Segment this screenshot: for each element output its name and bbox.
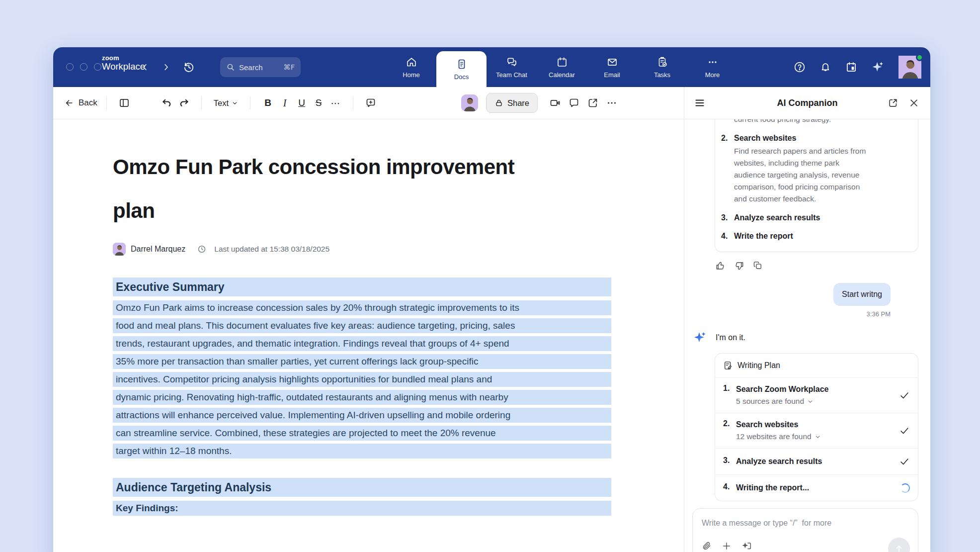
ai-reply-text: I'm on it. (716, 333, 745, 342)
close-icon[interactable] (908, 97, 919, 108)
tab-tasks[interactable]: Tasks (637, 47, 687, 87)
writing-plan-title: Writing Plan (737, 361, 780, 370)
logo-workplace: Workplace (102, 62, 145, 72)
underline-button[interactable]: U (293, 97, 310, 108)
tab-email[interactable]: Email (587, 47, 637, 87)
doc-subheading: Key Findings: (113, 501, 611, 516)
plan-item[interactable]: 1. Search Zoom Workplace 5 sources are f… (715, 378, 918, 413)
redo-icon[interactable] (175, 94, 192, 111)
loading-spinner (900, 483, 910, 493)
window-minimize-button[interactable] (80, 63, 87, 71)
plan-step: 4. Write the report (721, 231, 910, 242)
share-button[interactable]: Share (486, 93, 538, 113)
add-plus-icon[interactable] (722, 541, 732, 551)
ai-companion-header: AI Companion (684, 87, 930, 119)
previous-plan-card: current food pricing strategy. 2. Search… (715, 119, 918, 252)
collaborator-avatar[interactable] (461, 94, 478, 111)
more-dots-icon (707, 56, 719, 68)
zoom-workplace-logo: zoom Workplace (102, 55, 145, 72)
bold-button[interactable]: B (259, 97, 276, 108)
divider (106, 96, 107, 109)
plan-item[interactable]: 2. Search websites 12 websites are found (715, 413, 918, 449)
copy-icon[interactable] (752, 260, 763, 271)
chat-icon[interactable] (566, 94, 582, 111)
doc-line: attractions will enhance perceived value… (113, 408, 611, 423)
strikethrough-button[interactable]: S (310, 97, 327, 108)
main-nav-tabs: Home Docs Team Chat Calendar Email Tasks (386, 47, 737, 87)
thumbs-up-icon[interactable] (715, 260, 726, 271)
document-canvas[interactable]: Omzo Fun Park concession improvement pla… (53, 119, 684, 552)
ai-reply-row: I'm on it. (692, 330, 918, 346)
open-external-icon[interactable] (584, 94, 601, 111)
more-formatting-button[interactable]: ⋯ (327, 97, 344, 109)
doc-line: dynamic pricing. Renovating high-traffic… (113, 390, 611, 405)
hamburger-menu-icon[interactable] (691, 94, 708, 111)
divider (353, 96, 353, 109)
doc-heading: Executive Summary (113, 277, 611, 296)
tab-calendar[interactable]: Calendar (537, 47, 587, 87)
notifications-bell-icon[interactable] (819, 61, 832, 74)
ai-insert-icon[interactable] (741, 541, 752, 552)
search-shortcut: ⌘F (283, 63, 295, 71)
undo-icon[interactable] (159, 94, 175, 111)
text-style-dropdown[interactable]: Text (211, 98, 241, 108)
email-icon (606, 56, 618, 68)
panel-title: AI Companion (777, 98, 838, 108)
author-name: Darrel Marquez (131, 245, 185, 254)
top-navbar: zoom Workplace Search ⌘F (53, 47, 930, 87)
attach-file-icon[interactable] (702, 541, 712, 551)
message-timestamp: 3:36 PM (684, 310, 891, 318)
add-comment-icon[interactable] (362, 94, 379, 111)
divider (250, 96, 250, 109)
check-icon (899, 456, 910, 467)
search-icon (226, 63, 235, 72)
message-input[interactable] (702, 519, 888, 528)
nav-forward-icon[interactable] (162, 63, 170, 72)
plan-step: 2. Search websites Find research papers … (721, 133, 910, 205)
doc-line: Omzo Fun Park aims to increase concessio… (113, 300, 611, 315)
team-chat-icon (506, 56, 518, 68)
tab-home[interactable]: Home (386, 47, 436, 87)
chevron-down-icon[interactable] (807, 398, 814, 405)
check-icon (899, 390, 910, 401)
tab-team-chat[interactable]: Team Chat (487, 47, 537, 87)
tab-more[interactable]: More (687, 47, 737, 87)
tasks-icon (656, 56, 668, 68)
docs-icon (456, 58, 468, 70)
plan-item[interactable]: 4. Writing the report... (715, 475, 918, 501)
plan-step-description: Find research papers and articles from w… (734, 145, 910, 205)
nav-back-icon[interactable] (141, 63, 150, 72)
chevron-down-icon[interactable] (815, 434, 821, 440)
ai-companion-sparkle-icon[interactable] (871, 60, 886, 75)
status-available-dot (916, 54, 923, 61)
clock-icon (197, 245, 206, 254)
global-search[interactable]: Search ⌘F (220, 57, 301, 77)
doc-line: can streamline service. Combined, these … (113, 426, 611, 441)
calendar-date-icon[interactable] (845, 61, 858, 74)
author-avatar (113, 243, 126, 256)
video-meeting-icon[interactable] (547, 94, 564, 111)
thumbs-down-icon[interactable] (734, 260, 744, 271)
ai-sparkle-icon (692, 330, 708, 346)
check-icon (899, 425, 910, 436)
user-avatar[interactable] (898, 56, 921, 79)
more-options-icon[interactable] (603, 94, 620, 111)
help-icon[interactable] (793, 61, 806, 74)
window-close-button[interactable] (66, 63, 74, 71)
window-zoom-button[interactable] (94, 63, 101, 71)
send-button[interactable] (888, 538, 910, 552)
italic-button[interactable]: I (276, 97, 293, 109)
writing-plan-card: Writing Plan 1. Search Zoom Workplace 5 … (715, 353, 918, 501)
doc-line: 35% more per transaction than smaller pa… (113, 354, 611, 369)
message-input-card[interactable] (692, 508, 918, 552)
history-icon[interactable] (182, 61, 195, 74)
divider (201, 96, 202, 109)
sidebar-toggle-icon[interactable] (116, 94, 133, 111)
doc-line: target within 12–18 months. (113, 444, 611, 459)
window-controls[interactable] (66, 63, 101, 71)
plan-item[interactable]: 3. Analyze search results (715, 449, 918, 475)
pop-out-icon[interactable] (888, 97, 898, 108)
tab-docs[interactable]: Docs (436, 51, 487, 87)
back-button[interactable]: Back (64, 98, 97, 108)
chevron-down-icon (232, 100, 238, 106)
